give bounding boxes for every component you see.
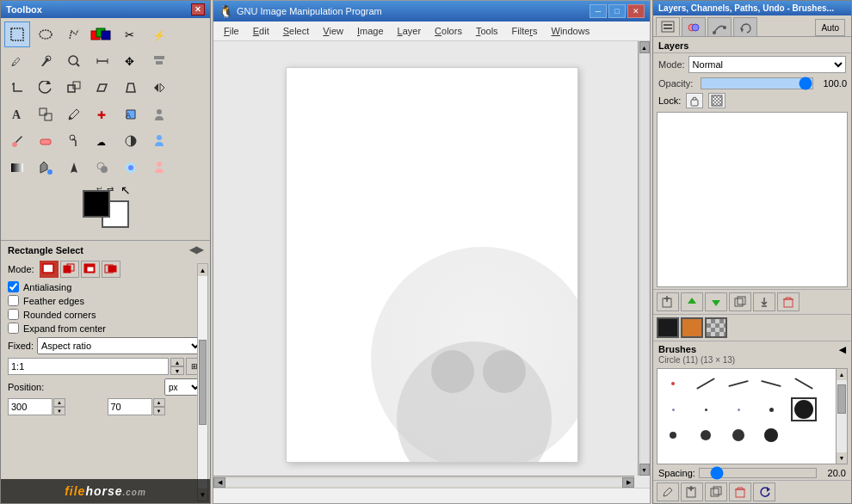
tool-shear[interactable] [90, 75, 115, 101]
brush-dot-m2[interactable] [693, 423, 719, 447]
tool-crop[interactable] [4, 75, 30, 101]
menu-windows[interactable]: Windows [545, 23, 597, 39]
menu-filters[interactable]: Filters [505, 23, 545, 39]
tab-undo[interactable] [733, 17, 757, 36]
menu-image[interactable]: Image [350, 23, 391, 39]
menu-tools[interactable]: Tools [469, 23, 505, 39]
brush-duplicate-btn[interactable] [705, 482, 727, 501]
menu-select[interactable]: Select [276, 23, 317, 39]
menu-edit[interactable]: Edit [246, 23, 276, 39]
lock-pixels-btn[interactable] [686, 93, 703, 108]
expand-center-checkbox[interactable] [8, 323, 19, 334]
menu-colors[interactable]: Colors [428, 23, 469, 39]
delete-layer-btn[interactable] [777, 292, 800, 311]
gimp-maximize-btn[interactable]: □ [608, 4, 626, 18]
raise-layer-btn[interactable] [681, 292, 703, 311]
mode-replace-btn[interactable] [40, 261, 59, 278]
tab-layers[interactable] [656, 17, 680, 36]
options-scrollbar[interactable]: ▲ ▼ [197, 263, 208, 501]
tool-color-picker[interactable] [33, 48, 59, 74]
tool-free-select[interactable] [61, 22, 87, 47]
tool-perspective2[interactable]: A [118, 101, 144, 127]
hscroll-track[interactable] [225, 478, 622, 487]
tool-ink[interactable] [61, 155, 87, 181]
vscroll-up[interactable]: ▲ [639, 41, 650, 53]
menu-file[interactable]: File [217, 23, 246, 39]
position-x-input[interactable] [8, 398, 52, 415]
tool-pencil[interactable] [61, 101, 87, 127]
brush-tiny-dot2[interactable] [693, 397, 719, 421]
brush-stroke-2[interactable] [725, 372, 751, 396]
brushes-scroll-down[interactable]: ▼ [837, 452, 847, 464]
tool-dodge-burn[interactable] [118, 128, 144, 154]
brush-dot-m1[interactable] [660, 423, 686, 447]
fixed-select[interactable]: Aspect ratio None Width Height Size [37, 337, 203, 354]
pos-x-up[interactable]: ▲ [53, 398, 65, 407]
brush-refresh-btn[interactable] [753, 482, 775, 501]
brush-tiny-dot1[interactable] [660, 397, 686, 421]
tool-bucket-fill[interactable] [33, 155, 59, 181]
gimp-minimize-btn[interactable]: ─ [590, 4, 607, 18]
options-scroll-up-btn[interactable]: ▲ [198, 264, 207, 276]
tool-color-composite[interactable] [90, 22, 115, 47]
duplicate-layer-btn[interactable] [729, 292, 751, 311]
tool-fuzzy[interactable]: ⚡ [146, 22, 172, 47]
ratio-input[interactable] [8, 358, 169, 375]
auto-btn[interactable]: Auto [815, 19, 845, 36]
options-scroll-track[interactable] [198, 276, 207, 489]
canvas-vscrollbar[interactable]: ▲ ▼ [638, 41, 650, 476]
tool-heal[interactable]: ✚ [90, 101, 115, 127]
brush-stroke-1[interactable] [693, 372, 719, 396]
brush-dot-m3[interactable] [725, 423, 751, 447]
tool-rotate[interactable] [33, 75, 59, 101]
layer-mode-select[interactable]: Normal Dissolve Multiply Screen Overlay [688, 56, 846, 73]
mode-intersect-btn[interactable] [102, 261, 120, 278]
brush-new-btn[interactable] [681, 482, 703, 501]
tool-person[interactable] [146, 101, 172, 127]
swatch-orange[interactable] [681, 317, 703, 338]
position-y-input[interactable] [108, 398, 152, 415]
tool-clone-selection[interactable] [33, 101, 59, 127]
brushes-scroll-track[interactable] [837, 380, 847, 452]
tool-blend[interactable] [4, 155, 30, 181]
tool-paintbrush[interactable] [4, 128, 30, 154]
swatch-black[interactable] [657, 317, 679, 338]
brush-dot-m4[interactable] [758, 423, 784, 447]
tool-magnify[interactable] [61, 48, 87, 74]
brushes-scroll-thumb[interactable] [837, 384, 846, 414]
canvas-hscrollbar[interactable]: ◀ ▶ [213, 476, 634, 488]
tool-paths[interactable]: 🖊 [4, 48, 30, 74]
tool-blur-sharpen[interactable] [118, 155, 144, 181]
spacing-slider[interactable] [699, 468, 817, 478]
tool-rect-select[interactable] [4, 22, 30, 47]
tool-clone[interactable] [90, 155, 115, 181]
brush-stroke-4[interactable] [791, 372, 817, 396]
brush-stroke-3[interactable] [758, 372, 784, 396]
hscroll-right[interactable]: ▶ [622, 477, 634, 488]
tool-person3[interactable] [146, 155, 172, 181]
feather-edges-checkbox[interactable] [8, 295, 19, 306]
vscroll-track[interactable] [640, 53, 649, 464]
opacity-slider[interactable] [701, 77, 813, 89]
ratio-spin-down[interactable]: ▼ [170, 366, 184, 375]
tab-channels[interactable] [682, 17, 706, 36]
tool-perspective[interactable] [118, 75, 144, 101]
lower-layer-btn[interactable] [705, 292, 727, 311]
lock-alpha-btn[interactable] [708, 93, 725, 108]
mode-subtract-btn[interactable] [81, 261, 100, 278]
tab-paths[interactable] [707, 17, 732, 36]
brush-tiny-dot3[interactable] [725, 397, 751, 421]
tool-measure[interactable] [90, 48, 115, 74]
rounded-corners-checkbox[interactable] [8, 309, 19, 320]
options-scroll-btn[interactable]: ◀▶ [189, 244, 203, 255]
swatch-transparent[interactable] [705, 317, 727, 338]
pos-y-down[interactable]: ▼ [153, 407, 165, 415]
tool-smudge[interactable]: ☁ [90, 128, 115, 154]
brushes-vscrollbar[interactable]: ▲ ▼ [836, 369, 847, 464]
menu-layer[interactable]: Layer [391, 23, 429, 39]
tool-text[interactable]: A [4, 101, 30, 127]
foreground-color-box[interactable] [83, 190, 110, 218]
antialiasing-checkbox[interactable] [8, 281, 19, 292]
pos-x-down[interactable]: ▼ [53, 407, 65, 415]
tool-scissors[interactable]: ✂ [118, 22, 144, 47]
